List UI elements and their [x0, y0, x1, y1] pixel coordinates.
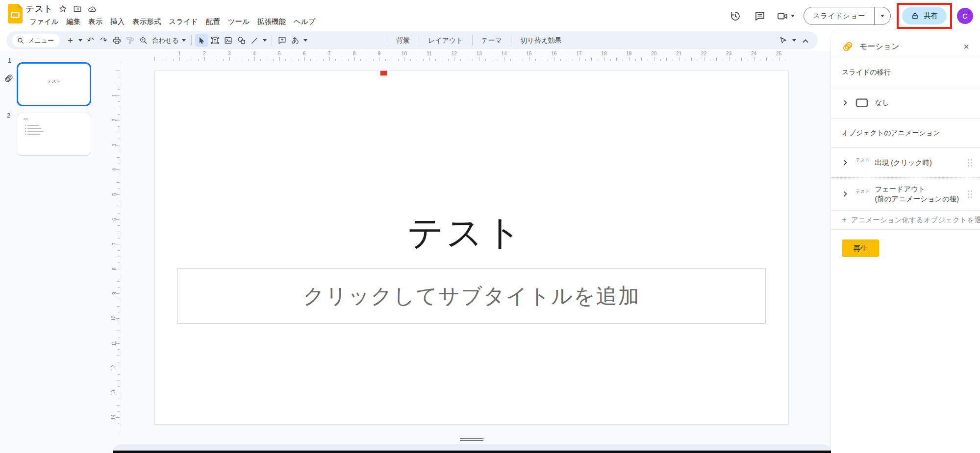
- zoom-icon[interactable]: [137, 34, 150, 47]
- chevron-right-icon: [842, 99, 849, 106]
- menu-bar: ファイル 編集 表示 挿入 表示形式 スライド 配置 ツール 拡張機能 ヘルプ: [25, 16, 319, 28]
- menu-extensions[interactable]: 拡張機能: [253, 16, 290, 28]
- slide-1-thumbnail[interactable]: テスト: [17, 62, 91, 106]
- motion-icon: [842, 41, 854, 52]
- slide-2-number: 2: [7, 112, 10, 119]
- laser-dropdown[interactable]: [791, 34, 798, 47]
- share-button[interactable]: 共有: [902, 7, 947, 24]
- animation-row[interactable]: テスト 出現 (クリック時): [831, 148, 980, 177]
- slide-filmstrip: 1 テスト 2 目次: [0, 51, 110, 453]
- user-avatar[interactable]: C: [957, 8, 973, 24]
- play-button[interactable]: 再生: [842, 239, 879, 257]
- drag-handle-icon[interactable]: [968, 159, 972, 167]
- toolbar-divider: [472, 35, 473, 46]
- insert-shape-icon[interactable]: [235, 34, 248, 47]
- horizontal-ruler: 1234567891011121314151617181920212223242…: [121, 51, 831, 62]
- motion-panel: モーション × スライドの移行 なし オブジェクトのアニメーション テスト 出現…: [831, 30, 980, 453]
- chevron-down-icon: [78, 39, 82, 42]
- layout-button[interactable]: レイアウト: [423, 34, 469, 48]
- slide-transition-none-icon: [855, 98, 868, 108]
- menu-format[interactable]: 表示形式: [128, 16, 165, 28]
- slide-canvas[interactable]: テスト クリックしてサブタイトルを追加: [154, 71, 789, 425]
- paint-format-icon[interactable]: [124, 34, 137, 47]
- transition-row[interactable]: なし: [831, 87, 980, 119]
- menu-edit[interactable]: 編集: [62, 16, 84, 28]
- version-history-icon[interactable]: [729, 10, 742, 23]
- meet-camera-icon: [776, 10, 789, 23]
- slideshow-button[interactable]: スライドショー: [804, 7, 891, 25]
- undo-button[interactable]: ↶: [84, 34, 97, 47]
- object-animation-section-label: オブジェクトのアニメーション: [831, 119, 980, 147]
- redo-button[interactable]: ↷: [97, 34, 110, 47]
- new-slide-dropdown[interactable]: [77, 34, 84, 47]
- collaborator-marker: [380, 71, 387, 75]
- google-slides-logo-icon[interactable]: [8, 4, 23, 24]
- thumbnail-bullet-list: [25, 125, 44, 135]
- star-icon[interactable]: [58, 4, 67, 13]
- fit-zoom-label: 合わせる: [152, 36, 179, 45]
- insert-line-icon[interactable]: [248, 34, 261, 47]
- line-dropdown[interactable]: [261, 34, 268, 47]
- slideshow-dropdown-button[interactable]: [874, 7, 890, 24]
- toolbar-divider: [419, 35, 419, 46]
- slide-transition-section-label: スライドの移行: [831, 58, 980, 87]
- slide-title-text[interactable]: テスト: [155, 209, 777, 258]
- menu-slide[interactable]: スライド: [165, 16, 201, 28]
- insert-image-icon[interactable]: [222, 34, 235, 47]
- chevron-down-icon: [792, 39, 796, 42]
- document-title[interactable]: テスト: [25, 3, 52, 15]
- menu-help[interactable]: ヘルプ: [290, 16, 320, 28]
- animation-target: テスト: [855, 157, 870, 164]
- search-icon: [17, 37, 25, 45]
- textbox-tool-icon[interactable]: [208, 34, 222, 47]
- add-animation-button[interactable]: + アニメーション化するオブジェクトを選: [831, 211, 980, 230]
- animation-row[interactable]: テスト フェードアウト (前のアニメーションの後): [831, 178, 980, 210]
- document-title-row: テスト: [25, 2, 319, 15]
- collapse-toolbar-icon[interactable]: [799, 34, 812, 47]
- toolbar: メニュー + ↶ ↷ 合わせる あ 背景 レイアウト テーマ 切り替え効果: [6, 31, 818, 49]
- laser-pointer-icon[interactable]: [777, 34, 790, 47]
- close-icon[interactable]: ×: [961, 41, 971, 52]
- cloud-check-icon[interactable]: [88, 4, 97, 13]
- animation-target: テスト: [855, 189, 870, 195]
- menu-insert[interactable]: 挿入: [106, 16, 128, 28]
- slideshow-label: スライドショー: [804, 12, 874, 21]
- menu-view[interactable]: 表示: [84, 16, 106, 28]
- thumbnail-title: 目次: [24, 118, 28, 120]
- text-format-button[interactable]: あ: [289, 34, 302, 47]
- lock-icon: [911, 12, 919, 20]
- camera-dropdown-caret-icon[interactable]: [791, 15, 795, 17]
- text-format-dropdown[interactable]: [302, 34, 309, 47]
- notes-resize-handle[interactable]: [460, 438, 483, 441]
- menu-arrange[interactable]: 配置: [202, 16, 224, 28]
- animation-sublabel: (前のアニメーションの後): [875, 194, 959, 204]
- chevron-down-icon: [182, 39, 186, 42]
- drag-handle-icon[interactable]: [968, 191, 972, 198]
- chevron-down-icon: [303, 39, 307, 42]
- slide-2-thumbnail[interactable]: 目次: [17, 113, 91, 156]
- move-folder-icon[interactable]: [73, 4, 82, 13]
- print-icon[interactable]: [110, 34, 124, 47]
- menu-tools[interactable]: ツール: [224, 16, 253, 28]
- transition-button[interactable]: 切り替え効果: [515, 34, 567, 48]
- chevron-down-icon: [880, 15, 884, 17]
- select-cursor-tool[interactable]: [195, 34, 208, 47]
- slide-motion-indicator-icon: [3, 73, 14, 84]
- thumbnail-title: テスト: [47, 78, 61, 85]
- meet-camera-button[interactable]: [776, 10, 795, 23]
- search-menu-button[interactable]: メニュー: [12, 34, 60, 47]
- new-slide-button[interactable]: +: [64, 34, 77, 47]
- menu-file[interactable]: ファイル: [25, 16, 62, 28]
- subtitle-placeholder-box[interactable]: クリックしてサブタイトルを追加: [177, 268, 766, 324]
- animation-label: 出現 (クリック時): [875, 159, 932, 167]
- comments-icon[interactable]: [754, 10, 766, 23]
- add-comment-icon[interactable]: [276, 34, 289, 47]
- toolbar-divider: [272, 35, 272, 46]
- theme-button[interactable]: テーマ: [476, 34, 508, 48]
- background-button[interactable]: 背景: [391, 34, 415, 48]
- toolbar-divider: [191, 35, 192, 46]
- animation-label: フェードアウト: [875, 184, 959, 194]
- vertical-ruler: 1234567891011121314: [110, 62, 121, 433]
- fit-zoom-select[interactable]: 合わせる: [150, 36, 188, 45]
- annotation-red-box: 共有: [897, 3, 952, 29]
